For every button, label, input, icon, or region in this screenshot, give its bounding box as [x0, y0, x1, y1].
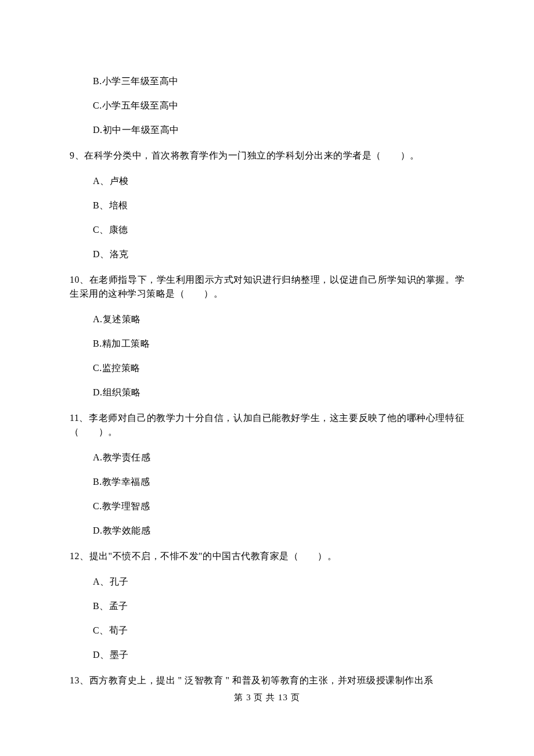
question-12-stem: 12、提出"不愤不启，不悱不发"的中国古代教育家是（ ）。	[70, 549, 464, 563]
question-9-option-b: B、培根	[93, 199, 464, 213]
question-10-option-d: D.组织策略	[93, 386, 464, 399]
question-10-option-b: B.精加工策略	[93, 337, 464, 351]
pretext-option-c: C.小学五年级至高中	[93, 99, 464, 113]
question-12-option-a: A、孔子	[93, 575, 464, 589]
question-11-option-d: D.教学效能感	[93, 524, 464, 538]
pretext-option-d: D.初中一年级至高中	[93, 123, 464, 137]
question-10-option-a: A.复述策略	[93, 312, 464, 326]
question-10-stem: 10、在老师指导下，学生利用图示方式对知识进行归纳整理，以促进自己所学知识的掌握…	[70, 273, 464, 301]
question-9-option-c: C、康德	[93, 223, 464, 237]
question-11-option-a: A.教学责任感	[93, 451, 464, 465]
question-12-option-d: D、墨子	[93, 648, 464, 662]
question-9-option-d: D、洛克	[93, 247, 464, 261]
question-11-stem: 11、李老师对自己的教学力十分自信，认加自已能教好学生，这主要反映了他的哪种心理…	[70, 411, 464, 439]
question-12-option-c: C、荀子	[93, 624, 464, 638]
question-12-option-b: B、孟子	[93, 599, 464, 613]
question-9-stem: 9、在科学分类中，首次将教育学作为一门独立的学科划分出来的学者是（ ）。	[70, 149, 464, 163]
pretext-option-b: B.小学三年级至高中	[93, 74, 464, 88]
question-9-option-a: A、卢梭	[93, 174, 464, 188]
question-10-option-c: C.监控策略	[93, 361, 464, 375]
question-13-stem: 13、西方教育史上，提出 " 泛智教育 " 和普及初等教育的主张，并对班级授课制…	[70, 674, 464, 687]
page-footer: 第 3 页 共 13 页	[70, 691, 464, 704]
question-11-option-c: C.教学理智感	[93, 499, 464, 513]
question-11-option-b: B.教学幸福感	[93, 475, 464, 489]
